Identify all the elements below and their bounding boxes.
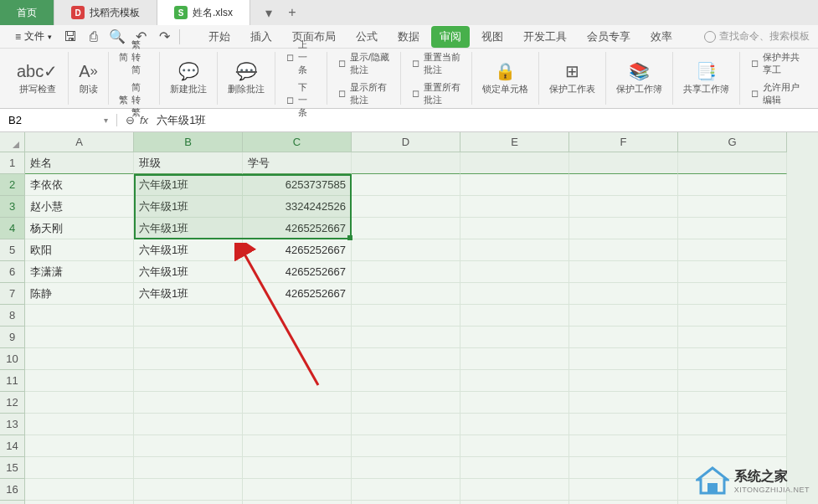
allow-edit-button[interactable]: ◻ 允许用户编辑 <box>747 80 805 108</box>
cell[interactable] <box>460 414 569 435</box>
row-header-12[interactable]: 12 <box>0 392 25 414</box>
row-header-3[interactable]: 3 <box>0 196 25 218</box>
cell[interactable] <box>352 435 460 457</box>
cell-C7[interactable]: 4265252667 <box>243 283 352 305</box>
cell[interactable] <box>243 370 352 392</box>
cell[interactable] <box>352 501 460 504</box>
cell-E3[interactable] <box>460 196 569 218</box>
cell-reference-input[interactable]: B2 ▾ <box>0 114 117 126</box>
cell[interactable] <box>678 392 787 414</box>
row-header-2[interactable]: 2 <box>0 174 25 196</box>
menu-tab-view[interactable]: 视图 <box>473 26 512 48</box>
lock-cell-button[interactable]: 🔒 锁定单元格 <box>479 59 532 97</box>
col-header-C[interactable]: C <box>243 132 352 152</box>
row-header-16[interactable]: 16 <box>0 479 25 501</box>
cell[interactable] <box>569 501 678 504</box>
cell-D1[interactable] <box>352 152 460 174</box>
select-all-corner[interactable] <box>0 132 25 152</box>
cell[interactable] <box>460 435 569 457</box>
menu-tab-start[interactable]: 开始 <box>200 26 239 48</box>
cell-D4[interactable] <box>352 218 460 239</box>
menu-tab-review[interactable]: 审阅 <box>431 26 470 48</box>
cell[interactable] <box>569 479 678 501</box>
menu-tab-insert[interactable]: 插入 <box>242 26 280 48</box>
cell-A2[interactable]: 李依依 <box>25 174 134 196</box>
cell[interactable] <box>678 370 787 392</box>
cell-C1[interactable]: 学号 <box>243 152 352 174</box>
cell[interactable] <box>569 305 678 327</box>
row-header-4[interactable]: 4 <box>0 218 25 239</box>
tab-template[interactable]: D 找稻壳模板 <box>54 0 157 25</box>
reset-current-button[interactable]: ◻ 重置当前批注 <box>408 49 466 78</box>
cell[interactable] <box>460 370 569 392</box>
file-menu[interactable]: ≡ 文件 ▾ <box>8 28 59 45</box>
share-book-button[interactable]: 📑 共享工作簿 <box>680 59 733 97</box>
cell[interactable] <box>352 305 460 327</box>
cell-A5[interactable]: 欧阳 <box>25 239 134 261</box>
row-header-8[interactable]: 8 <box>0 305 25 327</box>
cell-F4[interactable] <box>569 218 678 239</box>
cell-E7[interactable] <box>460 283 569 305</box>
search-box[interactable]: 查找命令、搜索模板 <box>704 29 810 44</box>
cell-B6[interactable]: 六年级1班 <box>134 261 243 283</box>
cell[interactable] <box>460 305 569 327</box>
cell[interactable] <box>678 501 787 504</box>
read-button[interactable]: A» 朗读 <box>75 59 101 97</box>
cell[interactable] <box>134 370 243 392</box>
cell-A4[interactable]: 杨天刚 <box>25 218 134 239</box>
cell-C6[interactable]: 4265252667 <box>243 261 352 283</box>
cell-A7[interactable]: 陈静 <box>25 283 134 305</box>
col-header-B[interactable]: B <box>134 132 243 152</box>
menu-tab-data[interactable]: 数据 <box>389 26 428 48</box>
cell-E6[interactable] <box>460 261 569 283</box>
cell-E2[interactable] <box>460 174 569 196</box>
tab-menu-icon[interactable]: ▾ <box>260 4 277 21</box>
menu-tab-efficiency[interactable]: 效率 <box>642 26 681 48</box>
cell[interactable] <box>678 305 787 327</box>
cell[interactable] <box>25 414 134 435</box>
cell-D2[interactable] <box>352 174 460 196</box>
cell[interactable] <box>134 348 243 370</box>
cell-C2[interactable]: 6253737585 <box>243 174 352 196</box>
cell[interactable] <box>134 501 243 504</box>
cell-A1[interactable]: 姓名 <box>25 152 134 174</box>
cell[interactable] <box>460 501 569 504</box>
cell[interactable] <box>678 348 787 370</box>
cell[interactable] <box>134 435 243 457</box>
cell[interactable] <box>25 457 134 479</box>
cell[interactable] <box>243 348 352 370</box>
cell[interactable] <box>352 414 460 435</box>
reset-all-button[interactable]: ◻ 重置所有批注 <box>408 80 466 108</box>
trad-to-simp-button[interactable]: 简 繁转简 <box>116 37 153 78</box>
cell-F1[interactable] <box>569 152 678 174</box>
cell-D3[interactable] <box>352 196 460 218</box>
cell-E4[interactable] <box>460 218 569 239</box>
cell-E5[interactable] <box>460 239 569 261</box>
cell[interactable] <box>25 348 134 370</box>
cell-G6[interactable] <box>678 261 787 283</box>
cell-C5[interactable]: 4265252667 <box>243 239 352 261</box>
spellcheck-button[interactable]: abc✓ 拼写检查 <box>13 59 61 97</box>
fx-icon[interactable]: fx <box>140 114 148 126</box>
show-hide-comment-button[interactable]: ◻ 显示/隐藏批注 <box>334 49 394 78</box>
cell[interactable] <box>134 414 243 435</box>
cell-F6[interactable] <box>569 261 678 283</box>
delete-comment-button[interactable]: 💬 删除批注 <box>224 59 268 97</box>
cell[interactable] <box>678 414 787 435</box>
cell-B4[interactable]: 六年级1班 <box>134 218 243 239</box>
new-comment-button[interactable]: 💬 新建批注 <box>167 59 210 97</box>
cell[interactable] <box>134 457 243 479</box>
col-header-A[interactable]: A <box>25 132 134 152</box>
cell-F2[interactable] <box>569 174 678 196</box>
col-header-F[interactable]: F <box>569 132 678 152</box>
row-header-10[interactable]: 10 <box>0 348 25 370</box>
cell-A3[interactable]: 赵小慧 <box>25 196 134 218</box>
cell[interactable] <box>134 392 243 414</box>
cell[interactable] <box>243 414 352 435</box>
cell[interactable] <box>460 457 569 479</box>
cell[interactable] <box>243 501 352 504</box>
tab-home[interactable]: 首页 <box>0 0 54 25</box>
cell[interactable] <box>569 414 678 435</box>
cell-D6[interactable] <box>352 261 460 283</box>
cell[interactable] <box>569 457 678 479</box>
